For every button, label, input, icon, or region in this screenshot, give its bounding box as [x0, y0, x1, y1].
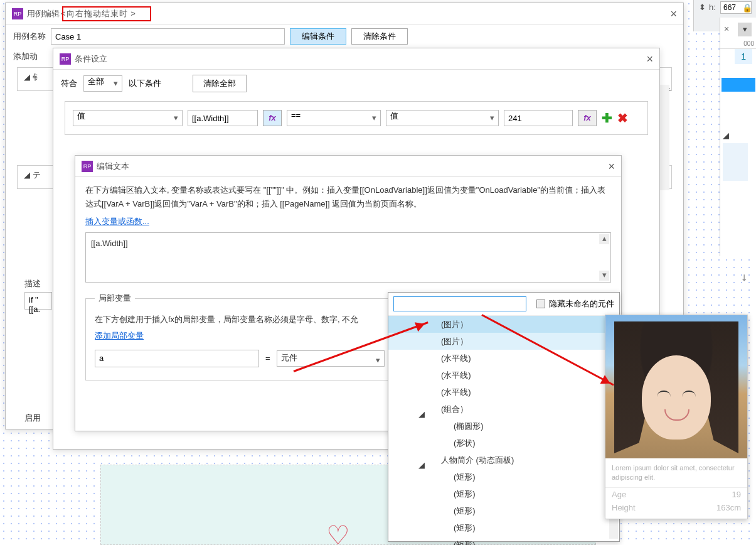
list-item[interactable]: ◢人物简介 (动态面板)	[388, 451, 619, 468]
d2-title: 条件设立	[75, 48, 107, 70]
d3-title: 编辑文本	[97, 156, 129, 177]
list-item[interactable]: (矩形)	[388, 468, 619, 485]
condition-row: 值 fx == 值 fx ✚ ✖	[65, 101, 648, 135]
d2-close-icon[interactable]: ×	[646, 48, 653, 70]
local-var-legend: 局部变量	[95, 291, 135, 305]
add-local-var-link[interactable]: 添加局部变量	[95, 331, 144, 340]
ruler: 000	[720, 40, 756, 49]
close-tab-icon[interactable]: ×	[724, 24, 729, 34]
scroll-down-icon[interactable]: ▾	[599, 271, 609, 281]
d1-title-prefix: 用例编辑	[27, 3, 60, 24]
list-item[interactable]: (矩形)	[388, 536, 619, 545]
rp-logo-icon: RP	[12, 8, 23, 19]
match-select[interactable]: 全部	[83, 75, 122, 92]
instructions-text: 在下方编辑区输入文本, 变量名称或表达式要写在 "[[""]]" 中。例如：插入…	[85, 183, 611, 211]
height-value: 163cm	[716, 503, 741, 512]
list-item[interactable]: (矩形)	[388, 485, 619, 502]
case-name-label: 用例名称	[13, 31, 46, 42]
var-name-input[interactable]	[95, 350, 259, 367]
add-action-label: 添加动	[13, 51, 38, 61]
operator-select[interactable]: ==	[287, 110, 381, 126]
hide-unnamed-checkbox[interactable]	[536, 299, 545, 308]
if-expression[interactable]: if "[[a.	[24, 292, 52, 310]
tab-number[interactable]: 1	[735, 49, 752, 64]
d3-close-icon[interactable]: ×	[608, 156, 615, 177]
blue-marker	[721, 78, 755, 92]
list-item[interactable]: (椭圆形)	[388, 418, 619, 434]
heart-icon: ♡	[326, 520, 350, 545]
lock-icon[interactable]: 🔒	[742, 3, 752, 13]
profile-caption: Lorem ipsum dolor sit amet, consectetur …	[605, 458, 747, 488]
height-label: Height	[612, 503, 636, 512]
d2-titlebar: RP 条件设立 ×	[53, 48, 659, 70]
d1-scrollbar[interactable]	[659, 85, 669, 190]
list-item[interactable]: (形状)	[388, 434, 619, 451]
list-item[interactable]: (水平线)	[388, 350, 619, 367]
d3-titlebar: RP 编辑文本 ×	[75, 156, 621, 177]
add-condition-icon[interactable]: ✚	[602, 111, 612, 126]
right-sidebar: × ▾ 000 1 ◢	[720, 18, 756, 256]
clear-all-button[interactable]: 清除全部	[193, 75, 247, 92]
expression-textarea[interactable]: [[a.Width]] ▴ ▾	[85, 232, 611, 283]
profile-photo	[605, 315, 747, 458]
title-highlight	[62, 6, 151, 21]
dropdown-icon[interactable]: ▾	[738, 23, 752, 36]
edit-condition-button[interactable]: 编辑条件	[290, 28, 346, 45]
age-label: Age	[612, 490, 626, 499]
case-name-input[interactable]	[51, 28, 285, 45]
profile-card: Lorem ipsum dolor sit amet, consectetur …	[605, 315, 748, 519]
expand-icon[interactable]: ◢	[24, 72, 30, 82]
list-item[interactable]: ◢(组合）	[388, 401, 619, 418]
right-value-input[interactable]	[504, 110, 573, 126]
h-label: h:	[709, 3, 716, 12]
thumb-preview	[723, 143, 748, 181]
fx-button-left[interactable]: fx	[263, 110, 282, 126]
expression-value: [[a.Width]]	[91, 239, 128, 248]
tree-expand-icon[interactable]: ◢	[723, 131, 729, 140]
face-shape	[642, 355, 711, 440]
fx-button-right[interactable]: fx	[578, 110, 597, 126]
rp-logo-icon-3: RP	[82, 161, 93, 172]
h-icon: ⬍	[699, 3, 706, 12]
list-item[interactable]: (矩形)	[388, 502, 619, 519]
hide-unnamed-label: 隐藏未命名的元件	[549, 298, 614, 310]
description-label: 描述	[24, 278, 41, 289]
list-item[interactable]: (矩形)	[388, 519, 619, 536]
delete-condition-icon[interactable]: ✖	[617, 111, 628, 126]
right-type-select[interactable]: 值	[386, 110, 499, 126]
d1-close-icon[interactable]: ×	[670, 3, 677, 24]
popup-toolbar: 隐藏未命名的元件	[388, 293, 619, 316]
enable-label: 启用	[24, 413, 41, 423]
element-list: (图片） (图片） (水平线) (水平线) (水平线) ◢(组合） (椭圆形) …	[388, 316, 619, 545]
equals-sign: =	[265, 352, 270, 365]
rp-logo-icon-2: RP	[60, 53, 71, 65]
insert-var-link[interactable]: 插入变量或函数...	[85, 217, 149, 226]
search-input[interactable]	[393, 296, 526, 311]
left-value-input[interactable]	[188, 110, 258, 126]
match-label: 符合	[61, 78, 77, 89]
list-item[interactable]: (图片）	[388, 333, 619, 350]
clear-condition-button[interactable]: 清除条件	[351, 28, 408, 45]
scroll-up-icon[interactable]: ▴	[599, 234, 609, 244]
age-value: 19	[732, 490, 741, 499]
match-suffix: 以下条件	[129, 78, 161, 89]
left-type-select[interactable]: 值	[73, 110, 183, 126]
expand-icon-2[interactable]: ◢	[24, 170, 30, 180]
list-item[interactable]: (水平线)	[388, 384, 619, 401]
